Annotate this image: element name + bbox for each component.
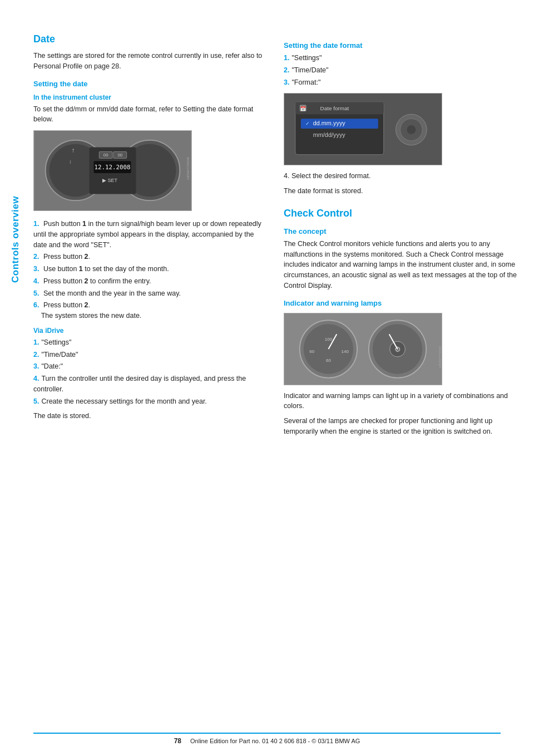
format-step-2: 2."Time/Date" bbox=[284, 65, 517, 76]
concept-text: The Check Control monitors vehicle funct… bbox=[284, 239, 517, 291]
step-4: 4. Press button 2 to confirm the entry. bbox=[33, 276, 267, 287]
format-step4: 4. Select the desired format. bbox=[284, 171, 517, 181]
svg-text:140: 140 bbox=[342, 348, 349, 354]
warning-lamp-image: 100 60 140 60 ⚙ V93S11450WY bbox=[284, 313, 442, 385]
setting-date-title: Setting the date bbox=[33, 80, 267, 88]
page-container: Controls overview Date The settings are … bbox=[0, 0, 534, 756]
sidebar-text: Controls overview bbox=[10, 196, 21, 283]
idrive-step-3: 3."Date:" bbox=[33, 361, 267, 372]
idrive-step-2: 2."Time/Date" bbox=[33, 350, 267, 360]
check-control-title: Check Control bbox=[284, 208, 517, 219]
cluster-steps-list: 1. Push button 1 in the turn signal/high… bbox=[33, 219, 267, 321]
concept-title: The concept bbox=[284, 227, 517, 235]
svg-text:00: 00 bbox=[103, 153, 108, 158]
step-6: 6. Press button 2. The system stores the… bbox=[33, 300, 267, 321]
step-3: 3. Use button 1 to set the day of the mo… bbox=[33, 264, 267, 274]
svg-text:mm/dd/yyyy: mm/dd/yyyy bbox=[313, 131, 346, 138]
footer-text: Online Edition for Part no. 01 40 2 606 … bbox=[190, 738, 360, 744]
via-idrive-steps: 1."Settings" 2."Time/Date" 3."Date:" 4.T… bbox=[33, 337, 267, 407]
step-5: 5. Set the month and the year in the sam… bbox=[33, 288, 267, 299]
date-format-image: 📅 Date format ✓ dd.mm.yyyy mm/dd/yyyy bbox=[284, 93, 442, 165]
in-cluster-desc: To set the dd/mm or mm/dd date format, r… bbox=[33, 104, 267, 125]
indicator-lamps-text2: Several of the lamps are checked for pro… bbox=[284, 416, 517, 437]
idrive-step-5: 5.Create the necessary settings for the … bbox=[33, 396, 267, 407]
idrive-step-1: 1."Settings" bbox=[33, 337, 267, 348]
date-section-title: Date bbox=[33, 33, 267, 45]
footer: 78 Online Edition for Part no. 01 40 2 6… bbox=[33, 733, 501, 745]
svg-text:📅: 📅 bbox=[300, 106, 306, 111]
setting-date-format-title: Setting the date format bbox=[284, 41, 517, 50]
via-idrive-title: Via iDrive bbox=[33, 327, 267, 335]
svg-text:00: 00 bbox=[117, 153, 122, 158]
instrument-cluster-image: 12.12.2008 ▶ SET 00 00 ↑ ↕ W29S1145GBY bbox=[33, 130, 192, 211]
in-cluster-title: In the instrument cluster bbox=[33, 94, 267, 101]
svg-text:60: 60 bbox=[309, 348, 314, 354]
date-format-steps: 1."Settings" 2."Time/Date" 3."Format:" bbox=[284, 53, 517, 87]
format-step-1: 1."Settings" bbox=[284, 53, 517, 63]
idrive-step-4: 4.Turn the controller until the desired … bbox=[33, 374, 267, 395]
svg-text:Date format: Date format bbox=[320, 105, 349, 111]
svg-text:⚙: ⚙ bbox=[394, 345, 401, 353]
svg-text:▶ SET: ▶ SET bbox=[102, 178, 117, 183]
indicator-lamps-text1: Indicator and warning lamps can light up… bbox=[284, 391, 517, 412]
svg-text:W29S1145GBY: W29S1145GBY bbox=[186, 157, 190, 180]
svg-text:12.12.2008: 12.12.2008 bbox=[94, 164, 130, 171]
svg-text:dd.mm.yyyy: dd.mm.yyyy bbox=[313, 120, 346, 126]
svg-text:✓: ✓ bbox=[305, 121, 310, 126]
date-format-stored: The date format is stored. bbox=[284, 186, 517, 197]
date-intro: The settings are stored for the remote c… bbox=[33, 51, 267, 72]
step-1: 1. Push button 1 in the turn signal/high… bbox=[33, 219, 267, 250]
right-column: Setting the date format 1."Settings" 2."… bbox=[284, 33, 517, 734]
svg-text:100: 100 bbox=[325, 337, 333, 342]
indicator-lamps-title: Indicator and warning lamps bbox=[284, 299, 517, 307]
date-stored-text: The date is stored. bbox=[33, 411, 267, 421]
content-area: Date The settings are stored for the rem… bbox=[33, 33, 523, 734]
svg-point-29 bbox=[407, 125, 416, 134]
format-step-3: 3."Format:" bbox=[284, 77, 517, 88]
left-column: Date The settings are stored for the rem… bbox=[33, 33, 267, 734]
sidebar-label: Controls overview bbox=[0, 100, 31, 379]
svg-text:V93S11450WY: V93S11450WY bbox=[438, 346, 442, 369]
svg-text:↑: ↑ bbox=[72, 146, 75, 154]
svg-text:↕: ↕ bbox=[69, 159, 72, 165]
step-2: 2. Press button 2. bbox=[33, 252, 267, 262]
svg-text:60: 60 bbox=[326, 357, 331, 362]
page-number: 78 bbox=[174, 737, 181, 745]
